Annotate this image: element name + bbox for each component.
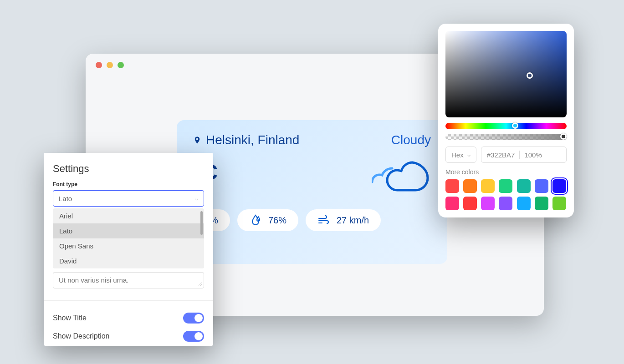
hex-input[interactable]: #322BA7 100% bbox=[481, 147, 567, 163]
font-type-label: Font type bbox=[53, 181, 204, 187]
hex-value: #322BA7 bbox=[487, 151, 515, 159]
color-swatch[interactable] bbox=[552, 197, 566, 210]
chevron-down-icon: ⌵ bbox=[195, 195, 198, 202]
color-swatch[interactable] bbox=[445, 179, 459, 193]
separator bbox=[519, 151, 520, 159]
color-swatch[interactable] bbox=[535, 179, 548, 193]
show-description-toggle[interactable] bbox=[183, 331, 204, 342]
font-option[interactable]: David bbox=[53, 253, 204, 268]
location-block: Helsinki, Finland bbox=[193, 133, 299, 147]
font-dropdown: Ariel Lato Open Sans David bbox=[53, 208, 204, 268]
hue-slider[interactable] bbox=[445, 123, 567, 129]
font-option[interactable]: Lato bbox=[53, 223, 204, 238]
humidity-value: 76% bbox=[268, 215, 286, 226]
window-controls bbox=[96, 62, 124, 68]
font-option[interactable]: Ariel bbox=[53, 208, 204, 223]
wind-icon bbox=[317, 214, 330, 227]
color-swatch[interactable] bbox=[481, 179, 495, 193]
location-name: Helsinki, Finland bbox=[206, 133, 299, 147]
alpha-cursor[interactable] bbox=[560, 133, 567, 140]
wind-value: 27 km/h bbox=[337, 215, 369, 226]
alpha-slider[interactable] bbox=[445, 134, 567, 140]
saturation-cursor[interactable] bbox=[527, 72, 533, 79]
color-swatch[interactable] bbox=[481, 197, 495, 210]
font-option[interactable]: Open Sans bbox=[53, 238, 204, 253]
saturation-field[interactable] bbox=[445, 31, 567, 117]
show-title-row: Show Title bbox=[53, 309, 204, 327]
chevron-down-icon: ⌵ bbox=[467, 152, 471, 158]
font-selected-value: Lato bbox=[59, 195, 72, 202]
format-label: Hex bbox=[451, 151, 464, 159]
divider bbox=[44, 300, 213, 301]
show-description-label: Show Description bbox=[53, 332, 110, 340]
font-type-select[interactable]: Lato ⌵ bbox=[53, 190, 204, 207]
location-pin-icon bbox=[193, 135, 201, 146]
color-swatches bbox=[445, 179, 567, 210]
color-swatch[interactable] bbox=[445, 197, 459, 210]
color-swatch[interactable] bbox=[517, 179, 531, 193]
color-format-select[interactable]: Hex ⌵ bbox=[445, 147, 476, 163]
show-title-toggle[interactable] bbox=[183, 313, 204, 324]
description-textarea[interactable]: Ut non varius nisi urna. bbox=[53, 272, 204, 288]
color-swatch[interactable] bbox=[463, 179, 477, 193]
color-swatch[interactable] bbox=[552, 179, 566, 193]
maximize-window-button[interactable] bbox=[118, 62, 124, 68]
cloud-icon bbox=[372, 151, 431, 193]
hue-cursor[interactable] bbox=[512, 122, 518, 129]
show-description-row: Show Description bbox=[53, 327, 204, 345]
color-swatch[interactable] bbox=[499, 179, 512, 193]
more-colors-label: More colors bbox=[445, 168, 567, 176]
wind-stat: 27 km/h bbox=[306, 209, 381, 231]
show-title-label: Show Title bbox=[53, 314, 87, 322]
weather-stats: 7% 76% 27 km/h bbox=[193, 209, 431, 231]
color-picker-panel: Hex ⌵ #322BA7 100% More colors bbox=[438, 24, 574, 217]
settings-title: Settings bbox=[53, 163, 204, 175]
alpha-value: 100% bbox=[524, 151, 542, 159]
humidity-icon bbox=[249, 214, 262, 227]
color-swatch[interactable] bbox=[499, 197, 512, 210]
textarea-content: Ut non varius nisi urna. bbox=[59, 276, 128, 284]
weather-condition: Cloudy bbox=[391, 133, 431, 147]
close-window-button[interactable] bbox=[96, 62, 102, 68]
color-swatch[interactable] bbox=[517, 197, 531, 210]
color-swatch[interactable] bbox=[463, 197, 477, 210]
weather-card: Helsinki, Finland Cloudy °C 7% 76% 27 km… bbox=[177, 120, 447, 264]
minimize-window-button[interactable] bbox=[107, 62, 113, 68]
color-swatch[interactable] bbox=[535, 197, 548, 210]
dropdown-scrollbar[interactable] bbox=[200, 211, 203, 235]
settings-panel: Settings Font type Lato ⌵ Ariel Lato Ope… bbox=[44, 153, 213, 346]
humidity-stat: 76% bbox=[237, 209, 298, 231]
